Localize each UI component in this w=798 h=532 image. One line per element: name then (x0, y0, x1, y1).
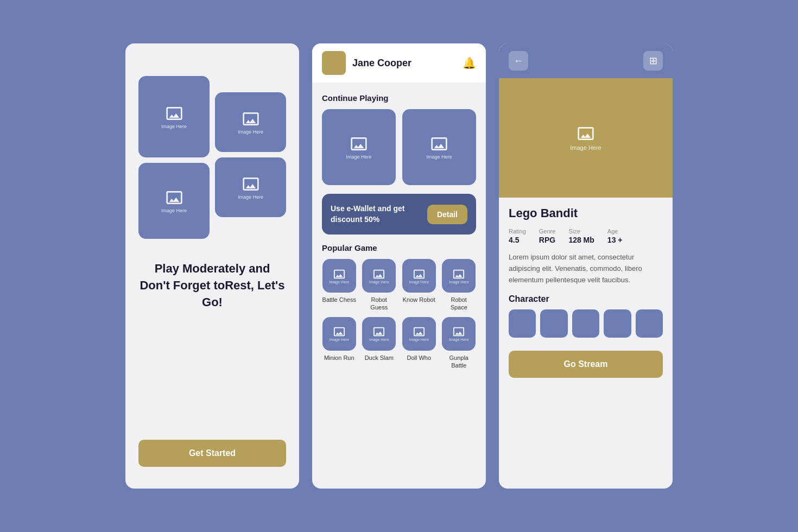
character-title: Character (509, 294, 663, 304)
promo-detail-button[interactable]: Detail (427, 205, 467, 224)
game-thumb-know-robot: Image Here (402, 259, 436, 293)
game-label-duck-slam: Duck Slam (365, 354, 394, 362)
profile-header: Jane Cooper 🔔 (312, 43, 486, 83)
tagline-text: Play Moderately and Don't Forget toRest,… (138, 261, 286, 311)
continue-playing-row: Image Here Image Here (322, 109, 476, 185)
game-label-robot-guess: Robot Guess (362, 296, 397, 312)
size-label: Size (568, 228, 594, 235)
game-title: Lego Bandit (509, 206, 663, 220)
game-thumb-robot-space: Image Here (442, 259, 476, 293)
avatar (322, 51, 346, 75)
game-description: Lorem ipsum dolor sit amet, consectetur … (509, 252, 663, 286)
banner-image-label: Image Here (570, 144, 601, 151)
get-started-button[interactable]: Get Started (138, 440, 286, 467)
mosaic-left-col: Image Here Image Here (138, 76, 210, 239)
notification-icon[interactable]: 🔔 (463, 56, 476, 69)
continue-playing-title: Continue Playing (322, 93, 476, 103)
game-label-doll-who: Doll Who (407, 354, 431, 362)
character-3[interactable] (572, 309, 599, 338)
character-4[interactable] (604, 309, 631, 338)
game-meta-row: Rating 4.5 Genre RPG Size 128 Mb Age 13 … (509, 228, 663, 244)
screen-1: Image Here Image Here Image Here (125, 43, 299, 489)
mosaic-image-3: Image Here (215, 92, 286, 152)
game-label-robot-space: Robot Space (442, 296, 477, 312)
back-button[interactable]: ← (509, 51, 528, 71)
game-thumb-doll-who: Image Here (402, 317, 436, 351)
mosaic-image-1: Image Here (138, 76, 210, 157)
mosaic-image-2: Image Here (138, 163, 210, 239)
character-row (509, 309, 663, 338)
game-label-minion-run: Minion Run (324, 354, 354, 362)
user-info: Jane Cooper (322, 51, 411, 75)
game-banner: Image Here (499, 78, 673, 198)
game-label-battle-chess: Battle Chess (322, 296, 356, 303)
game-label-know-robot: Know Robot (403, 296, 435, 303)
character-1[interactable] (509, 309, 536, 338)
game-thumb-duck-slam: Image Here (362, 317, 396, 351)
continue-game-card-2[interactable]: Image Here (402, 109, 476, 185)
meta-genre: Genre RPG (539, 228, 556, 244)
user-name: Jane Cooper (352, 58, 411, 69)
popular-game-title: Popular Game (322, 243, 476, 252)
genre-value: RPG (539, 236, 556, 244)
meta-size: Size 128 Mb (568, 228, 594, 244)
popular-game-8[interactable]: Image Here Gunpla Battle (442, 317, 477, 370)
go-stream-button[interactable]: Go Stream (509, 351, 663, 378)
game-thumb-minion-run: Image Here (322, 317, 356, 351)
rating-label: Rating (509, 228, 526, 235)
mosaic-image-4: Image Here (215, 157, 286, 217)
popular-game-2[interactable]: Image Here Robot Guess (362, 259, 397, 312)
popular-game-4[interactable]: Image Here Robot Space (442, 259, 477, 312)
popular-game-3[interactable]: Image Here Know Robot (402, 259, 436, 312)
promo-text: Use e-Wallet and get discount 50% (331, 204, 421, 225)
screen1-tagline-container: Play Moderately and Don't Forget toRest,… (138, 261, 286, 311)
bookmark-icon: ⊞ (649, 55, 657, 67)
meta-age: Age 13 + (607, 228, 623, 244)
game-thumb-battle-chess: Image Here (322, 259, 356, 293)
continue-game-card-1[interactable]: Image Here (322, 109, 396, 185)
screen3-header: ← ⊞ (499, 43, 673, 78)
character-2[interactable] (540, 309, 567, 338)
age-value: 13 + (607, 236, 623, 244)
genre-label: Genre (539, 228, 556, 235)
promo-banner: Use e-Wallet and get discount 50% Detail (322, 194, 476, 235)
character-5[interactable] (636, 309, 663, 338)
popular-game-7[interactable]: Image Here Doll Who (402, 317, 436, 370)
game-thumb-robot-guess: Image Here (362, 259, 396, 293)
popular-game-6[interactable]: Image Here Duck Slam (362, 317, 397, 370)
screen3-body: Lego Bandit Rating 4.5 Genre RPG Size 12… (499, 198, 673, 489)
screen-3: ← ⊞ Image Here Lego Bandit Rating 4.5 (499, 43, 673, 489)
popular-game-1[interactable]: Image Here Battle Chess (322, 259, 357, 312)
age-label: Age (607, 228, 623, 235)
back-icon: ← (514, 55, 523, 67)
size-value: 128 Mb (568, 236, 594, 244)
popular-games-grid: Image Here Battle Chess Image Here Robot… (322, 259, 476, 369)
bookmark-button[interactable]: ⊞ (643, 51, 663, 71)
screen2-body: Continue Playing Image Here Image Here U… (312, 85, 486, 489)
game-label-gunpla-battle: Gunpla Battle (442, 354, 477, 370)
image-mosaic: Image Here Image Here Image Here (138, 76, 286, 239)
screens-container: Image Here Image Here Image Here (125, 43, 673, 489)
screen-2: Jane Cooper 🔔 Continue Playing Image Her… (312, 43, 486, 489)
meta-rating: Rating 4.5 (509, 228, 526, 244)
rating-value: 4.5 (509, 236, 526, 244)
popular-game-5[interactable]: Image Here Minion Run (322, 317, 357, 370)
game-thumb-gunpla-battle: Image Here (442, 317, 476, 351)
mosaic-right-col: Image Here Image Here (215, 92, 286, 239)
